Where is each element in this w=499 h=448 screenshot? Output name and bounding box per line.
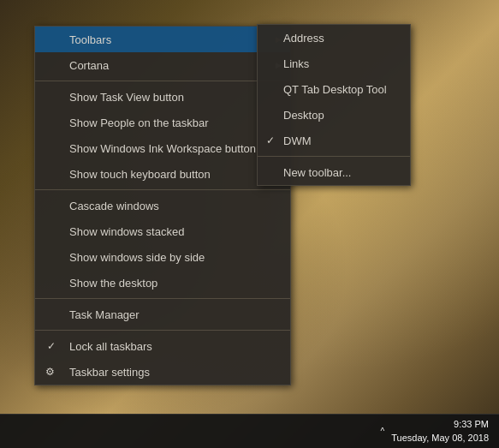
clock-time: 9:33 PM	[454, 418, 489, 431]
desktop-label: Desktop	[283, 109, 324, 122]
submenu-item-links[interactable]: Links	[258, 51, 410, 76]
taskbar-settings-label: Taskbar settings	[69, 366, 150, 379]
address-label: Address	[283, 32, 324, 45]
side-by-side-label: Show windows side by side	[69, 251, 205, 264]
menu-item-taskbar-settings[interactable]: ⚙ Taskbar settings	[35, 359, 290, 385]
show-desktop-label: Show the desktop	[69, 277, 157, 290]
menu-item-side-by-side[interactable]: Show windows side by side	[35, 244, 290, 270]
gear-icon: ⚙	[45, 366, 55, 378]
new-toolbar-label: New toolbar...	[283, 166, 352, 179]
divider-2	[35, 189, 290, 190]
divider-1	[35, 81, 290, 81]
submenu-divider-1	[258, 156, 410, 157]
links-label: Links	[283, 57, 309, 70]
toolbars-label: Toolbars	[69, 33, 111, 46]
taskbar-clock: 9:33 PM Tuesday, May 08, 2018	[391, 418, 499, 445]
submenu-item-desktop[interactable]: Desktop	[258, 102, 410, 128]
submenu-item-dwm[interactable]: ✓ DWM	[258, 128, 410, 153]
taskbar-chevron-icon[interactable]: ^	[381, 427, 385, 436]
touch-keyboard-label: Show touch keyboard button	[69, 168, 211, 181]
menu-item-task-view[interactable]: Show Task View button	[35, 84, 290, 110]
taskbar: ^ 9:33 PM Tuesday, May 08, 2018	[0, 414, 499, 448]
people-label: Show People on the taskbar	[69, 116, 209, 129]
menu-item-cascade[interactable]: Cascade windows	[35, 193, 290, 218]
toolbars-submenu: Address Links QT Tab Desktop Tool Deskto…	[257, 24, 411, 186]
dwm-check-icon: ✓	[266, 134, 275, 146]
cortana-label: Cortana	[69, 59, 109, 72]
submenu-item-new-toolbar[interactable]: New toolbar...	[258, 159, 410, 185]
context-menu: Toolbars Cortana Show Task View button S…	[34, 26, 291, 385]
submenu-item-qt-tab[interactable]: QT Tab Desktop Tool	[258, 76, 410, 102]
menu-item-show-desktop[interactable]: Show the desktop	[35, 270, 290, 296]
task-manager-label: Task Manager	[69, 308, 140, 321]
lock-check-icon: ✓	[47, 340, 56, 352]
cascade-label: Cascade windows	[69, 200, 159, 212]
menu-item-toolbars[interactable]: Toolbars	[35, 27, 290, 52]
dwm-label: DWM	[283, 134, 312, 147]
submenu-item-address[interactable]: Address	[258, 25, 410, 51]
menu-item-task-manager[interactable]: Task Manager	[35, 302, 290, 327]
menu-item-lock-taskbars[interactable]: ✓ Lock all taskbars	[35, 333, 290, 359]
divider-4	[35, 330, 290, 331]
qt-tab-label: QT Tab Desktop Tool	[283, 83, 387, 96]
lock-taskbars-label: Lock all taskbars	[69, 340, 152, 353]
stacked-label: Show windows stacked	[69, 225, 184, 238]
menu-item-people[interactable]: Show People on the taskbar	[35, 110, 290, 135]
clock-date: Tuesday, May 08, 2018	[391, 432, 489, 445]
menu-item-touch-keyboard[interactable]: Show touch keyboard button	[35, 161, 290, 187]
menu-item-ink[interactable]: Show Windows Ink Workspace button	[35, 135, 290, 161]
divider-3	[35, 298, 290, 299]
task-view-label: Show Task View button	[69, 91, 184, 104]
menu-item-stacked[interactable]: Show windows stacked	[35, 218, 290, 244]
menu-item-cortana[interactable]: Cortana	[35, 52, 290, 78]
ink-label: Show Windows Ink Workspace button	[69, 142, 256, 155]
